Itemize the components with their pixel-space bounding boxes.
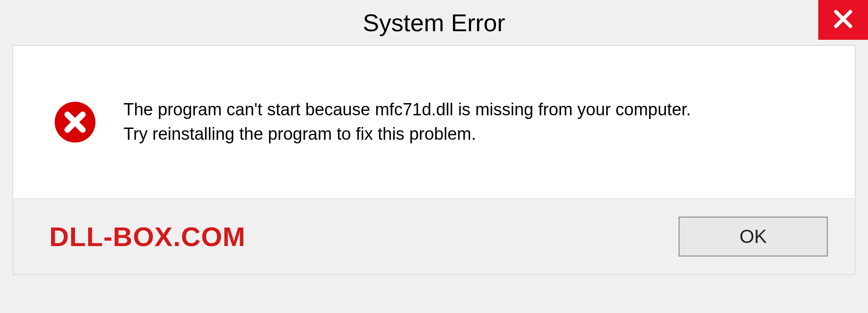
watermark-text: DLL-BOX.COM (49, 221, 245, 252)
content-panel: The program can't start because mfc71d.d… (13, 45, 855, 198)
ok-button[interactable]: OK (679, 217, 828, 256)
dialog-title: System Error (363, 9, 505, 37)
footer-bar: DLL-BOX.COM OK (13, 198, 855, 275)
close-button[interactable] (818, 0, 868, 40)
error-message-line-1: The program can't start because mfc71d.d… (123, 98, 837, 122)
close-icon (832, 8, 854, 32)
error-message: The program can't start because mfc71d.d… (123, 98, 837, 146)
title-bar: System Error (0, 0, 868, 45)
error-message-line-2: Try reinstalling the program to fix this… (123, 122, 837, 146)
error-icon (54, 101, 96, 143)
